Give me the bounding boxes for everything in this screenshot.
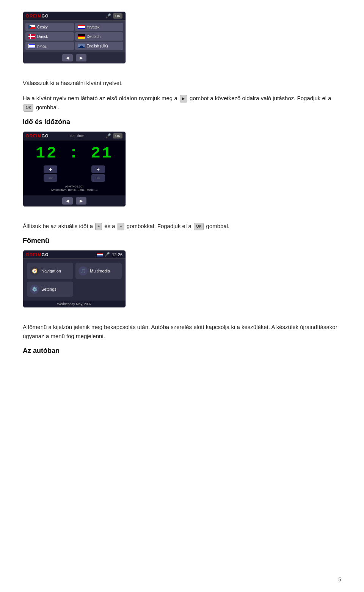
ok-button: OK xyxy=(113,13,122,19)
lang-name: Česky xyxy=(37,25,48,29)
menu-time: 12:26 xyxy=(112,252,122,257)
flag-dk xyxy=(28,34,35,39)
lang-item[interactable]: English (UK) xyxy=(75,42,124,50)
minus-inline-button: − xyxy=(118,223,124,230)
bottom-heading: Az autóban xyxy=(23,347,341,355)
paragraph-1: Válasszuk ki a használni kívánt nyelvet. xyxy=(23,79,341,88)
lang-name: Deutsch xyxy=(87,35,101,39)
min-minus-button[interactable]: − xyxy=(91,174,105,182)
paragraph-4: A főmenü a kijelzőn jelenik meg bekapcso… xyxy=(23,323,341,341)
lang-name: Hrvatski xyxy=(87,25,100,29)
lang-name: Dansk xyxy=(37,35,48,39)
time-section-heading: Idő és időzóna xyxy=(23,118,341,126)
timezone-label: (GMT+01:00) Amsterdam, Berlin, Bern, Rom… xyxy=(28,185,121,192)
settings-menu-item[interactable]: ⚙️ Settings xyxy=(27,282,73,297)
lang-item[interactable]: Deutsch xyxy=(75,32,124,41)
mic-icon: 🎤 xyxy=(105,133,111,139)
navigation-label: Navigation xyxy=(41,269,61,273)
next-page-button[interactable]: ▶ xyxy=(76,197,86,205)
logo: DREIMGO xyxy=(26,14,49,18)
mic-icon: 🎤 xyxy=(105,252,110,257)
next-page-inline-button: ▶ xyxy=(180,95,187,102)
multimedia-label: Multimedia xyxy=(90,269,110,273)
flag-il xyxy=(28,44,35,48)
lang-name: עברית xyxy=(37,44,47,48)
set-time-label: - Set Time - xyxy=(68,134,86,138)
logo: DREIMGO xyxy=(26,252,49,257)
menu-section-heading: Főmenü xyxy=(23,237,341,245)
mic-icon: 🎤 xyxy=(105,13,111,19)
settings-icon: ⚙️ xyxy=(30,285,39,294)
lang-name: English (UK) xyxy=(87,44,108,48)
time-screenshot: DREIMGO - Set Time - 🎤 OK 12 : 21 + − xyxy=(23,131,341,215)
lang-item[interactable]: Dansk xyxy=(25,32,74,41)
time-display: 12 : 21 xyxy=(28,144,121,162)
multimedia-menu-item[interactable]: 🎵 Multimedia xyxy=(75,263,122,279)
ok-button: OK xyxy=(113,133,122,139)
menu-screenshot: DREIMGO 🎤 12:26 🧭 Navigation xyxy=(23,250,341,316)
settings-label: Settings xyxy=(41,287,56,291)
prev-page-button[interactable]: ◀ xyxy=(62,197,73,205)
hour-minus-button[interactable]: − xyxy=(44,174,57,182)
lang-screenshot: DREIMGO 🎤 OK Česky Hrvatski xyxy=(23,11,341,72)
flag-gb xyxy=(78,44,85,48)
multimedia-icon: 🎵 xyxy=(78,266,88,276)
paragraph-3: Állítsuk be az aktuális időt a + és a − … xyxy=(23,222,341,231)
paragraph-2: Ha a kívánt nyelv nem látható az első ol… xyxy=(23,94,341,112)
lang-item[interactable]: Česky xyxy=(25,23,74,31)
date-bar: Wednesday May, 2007 xyxy=(23,301,126,307)
ok-inline-button-2: OK xyxy=(194,223,204,230)
flag-hr xyxy=(78,25,85,29)
lang-item[interactable]: Hrvatski xyxy=(75,23,124,31)
next-page-button[interactable]: ▶ xyxy=(76,54,86,61)
min-plus-button[interactable]: + xyxy=(91,165,105,173)
hour-plus-button[interactable]: + xyxy=(44,165,57,173)
prev-page-button[interactable]: ◀ xyxy=(62,54,73,61)
lang-item[interactable]: עברית xyxy=(25,42,74,50)
flag-nl-icon xyxy=(97,253,103,257)
navigation-menu-item[interactable]: 🧭 Navigation xyxy=(27,263,73,279)
page-number: 5 xyxy=(338,576,341,583)
flag-de xyxy=(78,34,85,39)
plus-inline-button: + xyxy=(95,223,102,230)
flag-cz xyxy=(28,25,35,29)
navigation-icon: 🧭 xyxy=(30,266,39,276)
logo: DREIMGO xyxy=(26,134,49,138)
ok-inline-button: OK xyxy=(24,104,33,112)
